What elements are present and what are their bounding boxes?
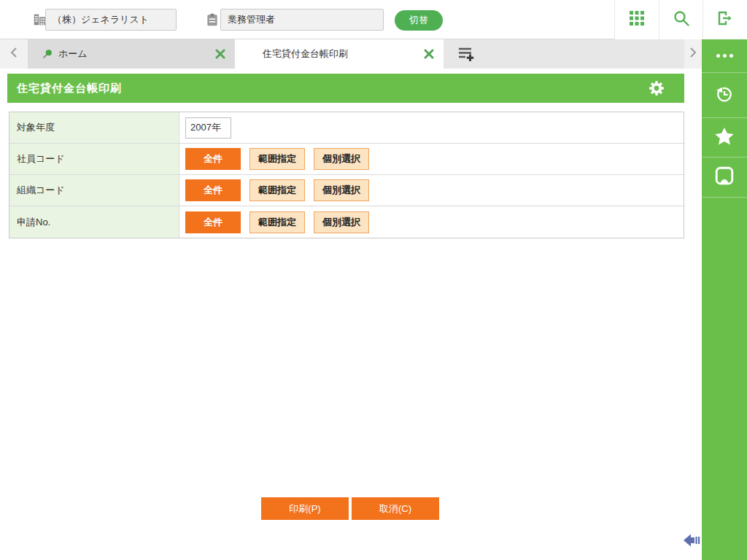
tab-home[interactable]: ホーム xyxy=(28,39,235,69)
tab-bar: ホーム 住宅貸付金台帳印刷 xyxy=(0,39,702,69)
sidebar-item-history[interactable] xyxy=(702,73,747,118)
add-tab-icon[interactable] xyxy=(457,44,476,63)
tab-active-label: 住宅貸付金台帳印刷 xyxy=(263,47,348,61)
role-input[interactable] xyxy=(220,9,384,31)
switch-button[interactable]: 切替 xyxy=(395,10,443,31)
form-row-organization-code: 組織コード 全件 範囲指定 個別選択 xyxy=(9,175,684,206)
sidebar-item-tray[interactable] xyxy=(702,158,747,198)
company-input[interactable] xyxy=(45,9,177,31)
print-button[interactable]: 印刷(P) xyxy=(261,497,349,520)
sidebar-item-more[interactable] xyxy=(702,39,747,73)
row-label: 社員コード xyxy=(9,144,179,174)
row-label: 申請No. xyxy=(9,206,179,238)
form-row-target-year: 対象年度 xyxy=(9,112,684,144)
organization-individual-button[interactable]: 個別選択 xyxy=(314,179,369,201)
close-icon[interactable] xyxy=(215,49,225,59)
chevron-right-icon xyxy=(689,47,697,61)
gear-icon[interactable] xyxy=(648,79,665,97)
history-icon xyxy=(714,84,735,107)
logout-button[interactable] xyxy=(703,0,747,39)
application-all-button[interactable]: 全件 xyxy=(185,211,241,233)
tab-home-label: ホーム xyxy=(58,47,88,61)
target-year-input[interactable] xyxy=(185,117,231,139)
form-row-employee-code: 社員コード 全件 範囲指定 個別選択 xyxy=(9,144,684,175)
right-sidebar xyxy=(702,39,747,560)
sidebar-item-favorites[interactable] xyxy=(702,118,747,158)
application-individual-button[interactable]: 個別選択 xyxy=(314,211,369,233)
apps-menu-button[interactable] xyxy=(614,0,659,39)
employee-range-button[interactable]: 範囲指定 xyxy=(249,148,305,170)
top-bar: 切替 xyxy=(0,0,747,39)
app-window: 切替 xyxy=(0,0,747,560)
tab-scroll-right-button[interactable] xyxy=(684,39,702,69)
tab-active[interactable]: 住宅貸付金台帳印刷 xyxy=(235,39,444,69)
apps-grid-icon xyxy=(628,9,646,30)
row-label: 組織コード xyxy=(9,175,179,206)
chevron-left-icon xyxy=(10,47,18,61)
logout-icon xyxy=(716,9,734,30)
clipboard-icon xyxy=(205,12,220,31)
organization-all-button[interactable]: 全件 xyxy=(185,179,241,201)
star-icon xyxy=(713,125,735,150)
employee-all-button[interactable]: 全件 xyxy=(185,148,241,170)
search-button[interactable] xyxy=(659,0,703,39)
collapse-arrow-icon[interactable] xyxy=(683,532,702,549)
cancel-button[interactable]: 取消(C) xyxy=(352,497,439,520)
tab-scroll-left-button[interactable] xyxy=(0,39,28,69)
print-condition-form: 対象年度 社員コード 全件 範囲指定 個別選択 組織コード 全件 範囲指定 個別… xyxy=(9,112,684,238)
employee-individual-button[interactable]: 個別選択 xyxy=(314,148,369,170)
tray-icon xyxy=(714,166,735,189)
pin-icon[interactable] xyxy=(41,47,54,61)
close-icon[interactable] xyxy=(424,49,434,59)
search-icon xyxy=(673,9,690,30)
row-label: 対象年度 xyxy=(9,112,179,143)
page-title: 住宅貸付金台帳印刷 xyxy=(17,82,122,96)
organization-range-button[interactable]: 範囲指定 xyxy=(249,179,305,201)
application-range-button[interactable]: 範囲指定 xyxy=(249,211,305,233)
page-header: 住宅貸付金台帳印刷 xyxy=(7,74,684,103)
more-icon xyxy=(716,54,733,58)
form-row-application-no: 申請No. 全件 範囲指定 個別選択 xyxy=(9,206,684,238)
